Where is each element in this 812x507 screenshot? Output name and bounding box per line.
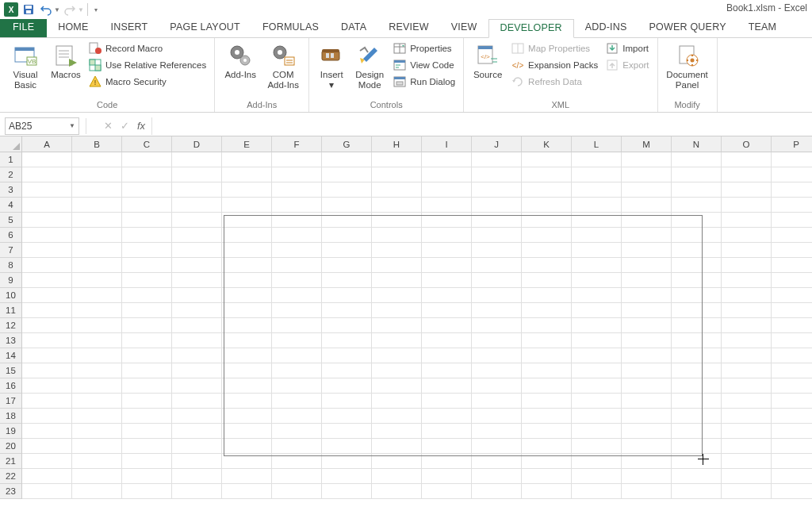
cell[interactable] bbox=[772, 484, 812, 499]
cell[interactable] bbox=[522, 228, 572, 243]
cell[interactable] bbox=[272, 333, 322, 348]
cell[interactable] bbox=[522, 167, 572, 182]
cell[interactable] bbox=[272, 213, 322, 228]
cell[interactable] bbox=[672, 363, 722, 378]
tab-file[interactable]: FILE bbox=[0, 19, 47, 37]
cell[interactable] bbox=[172, 424, 222, 439]
namebox-dropdown-icon[interactable]: ▼ bbox=[69, 122, 75, 129]
cell[interactable] bbox=[572, 288, 622, 303]
cell[interactable] bbox=[422, 409, 472, 424]
cell[interactable] bbox=[272, 454, 322, 469]
import-button[interactable]: Import bbox=[604, 41, 650, 56]
cell[interactable] bbox=[422, 213, 472, 228]
cell[interactable] bbox=[372, 288, 422, 303]
cell[interactable] bbox=[422, 378, 472, 394]
column-header[interactable]: P bbox=[772, 136, 812, 152]
cell[interactable] bbox=[222, 243, 272, 258]
cell[interactable] bbox=[372, 182, 422, 198]
row-header[interactable]: 22 bbox=[0, 469, 22, 484]
column-header[interactable]: I bbox=[422, 136, 472, 152]
cell[interactable] bbox=[172, 228, 222, 243]
cell[interactable] bbox=[22, 394, 72, 409]
cells-area[interactable] bbox=[22, 152, 812, 499]
cell[interactable] bbox=[72, 363, 122, 378]
cell[interactable] bbox=[372, 378, 422, 394]
cell[interactable] bbox=[272, 318, 322, 333]
cell[interactable] bbox=[172, 394, 222, 409]
cell[interactable] bbox=[172, 454, 222, 469]
column-header[interactable]: M bbox=[622, 136, 672, 152]
cell[interactable] bbox=[772, 228, 812, 243]
cell[interactable] bbox=[222, 394, 272, 409]
cell[interactable] bbox=[72, 439, 122, 454]
cell[interactable] bbox=[622, 273, 672, 288]
cell[interactable] bbox=[622, 167, 672, 182]
macros-button[interactable]: Macros bbox=[49, 41, 82, 80]
cell[interactable] bbox=[422, 152, 472, 167]
cell[interactable] bbox=[122, 454, 172, 469]
cell[interactable] bbox=[222, 318, 272, 333]
cell[interactable] bbox=[122, 182, 172, 198]
cell[interactable] bbox=[572, 318, 622, 333]
cell[interactable] bbox=[522, 318, 572, 333]
cell[interactable] bbox=[272, 363, 322, 378]
cell[interactable] bbox=[222, 213, 272, 228]
cell[interactable] bbox=[672, 288, 722, 303]
name-box[interactable]: AB25 ▼ bbox=[5, 117, 79, 135]
cell[interactable] bbox=[772, 243, 812, 258]
cell[interactable] bbox=[322, 454, 372, 469]
cell[interactable] bbox=[622, 243, 672, 258]
redo-icon[interactable] bbox=[62, 2, 78, 17]
cell[interactable] bbox=[472, 182, 522, 198]
cell[interactable] bbox=[372, 439, 422, 454]
cell[interactable] bbox=[572, 348, 622, 363]
cell[interactable] bbox=[622, 424, 672, 439]
tab-review[interactable]: REVIEW bbox=[377, 19, 440, 37]
cell[interactable] bbox=[122, 303, 172, 318]
insert-control-button[interactable]: Insert▾ bbox=[316, 41, 347, 90]
cell[interactable] bbox=[272, 469, 322, 484]
formula-input[interactable] bbox=[151, 117, 812, 135]
cell[interactable] bbox=[572, 167, 622, 182]
tab-power-query[interactable]: POWER QUERY bbox=[638, 19, 737, 37]
cell[interactable] bbox=[672, 167, 722, 182]
cell[interactable] bbox=[22, 288, 72, 303]
cell[interactable] bbox=[322, 409, 372, 424]
cell[interactable] bbox=[122, 484, 172, 499]
cell[interactable] bbox=[572, 258, 622, 273]
cell[interactable] bbox=[422, 303, 472, 318]
properties-button[interactable]: Properties bbox=[392, 41, 457, 56]
cell[interactable] bbox=[322, 213, 372, 228]
cell[interactable] bbox=[72, 182, 122, 198]
cell[interactable] bbox=[722, 198, 772, 213]
cell[interactable] bbox=[722, 318, 772, 333]
cell[interactable] bbox=[672, 484, 722, 499]
cell[interactable] bbox=[722, 454, 772, 469]
cell[interactable] bbox=[522, 378, 572, 394]
cell[interactable] bbox=[622, 213, 672, 228]
cell[interactable] bbox=[122, 363, 172, 378]
cell[interactable] bbox=[22, 182, 72, 198]
cell[interactable] bbox=[622, 454, 672, 469]
cell[interactable] bbox=[622, 288, 672, 303]
cell[interactable] bbox=[222, 454, 272, 469]
cell[interactable] bbox=[622, 394, 672, 409]
column-header[interactable]: O bbox=[722, 136, 772, 152]
cell[interactable] bbox=[772, 333, 812, 348]
cell[interactable] bbox=[672, 152, 722, 167]
cell[interactable] bbox=[372, 348, 422, 363]
cell[interactable] bbox=[522, 363, 572, 378]
cell[interactable] bbox=[722, 213, 772, 228]
column-header[interactable]: H bbox=[372, 136, 422, 152]
cell[interactable] bbox=[372, 454, 422, 469]
cell[interactable] bbox=[422, 243, 472, 258]
cell[interactable] bbox=[722, 243, 772, 258]
cell[interactable] bbox=[472, 378, 522, 394]
row-header[interactable]: 7 bbox=[0, 243, 22, 258]
cell[interactable] bbox=[22, 378, 72, 394]
cell[interactable] bbox=[522, 333, 572, 348]
cell[interactable] bbox=[122, 469, 172, 484]
cell[interactable] bbox=[672, 198, 722, 213]
cell[interactable] bbox=[322, 288, 372, 303]
cell[interactable] bbox=[472, 152, 522, 167]
